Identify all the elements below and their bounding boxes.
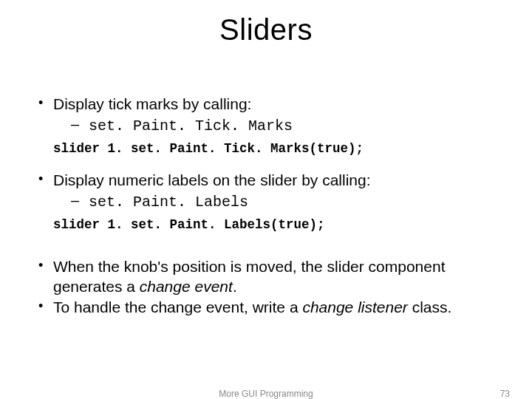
emphasis-text: change listener [302,299,412,316]
spacer [35,247,497,257]
slide-content: Display tick marks by calling: set. Pain… [35,95,497,318]
code-block: slider 1. set. Paint. Tick. Marks(true); [53,141,497,157]
slide-title: Sliders [0,13,532,47]
bullet-item: Display tick marks by calling: set. Pain… [35,95,497,135]
bullet-list: When the knob's position is moved, the s… [35,257,497,317]
code-inline: set. Paint. Tick. Marks [89,117,293,134]
bullet-text: To handle the change event, write a [53,299,302,316]
bullet-text: class. [412,299,452,316]
sub-item: set. Paint. Labels [53,191,497,211]
bullet-text: When the knob's position is moved, the s… [53,258,445,294]
bullet-text: . [233,278,237,295]
emphasis-text: change event [140,278,233,295]
sub-list: set. Paint. Labels [53,191,497,211]
sub-item: set. Paint. Tick. Marks [53,115,497,135]
bullet-text: Display tick marks by calling: [53,95,251,112]
footer-text: More GUI Programming [0,389,532,399]
code-block: slider 1. set. Paint. Labels(true); [53,217,497,233]
bullet-item: Display numeric labels on the slider by … [35,171,497,211]
code-inline: set. Paint. Labels [89,194,248,211]
bullet-list: Display tick marks by calling: set. Pain… [35,95,497,135]
bullet-item: When the knob's position is moved, the s… [35,257,497,296]
bullet-list: Display numeric labels on the slider by … [35,171,497,211]
slide: Sliders Display tick marks by calling: s… [0,13,532,399]
bullet-text: Display numeric labels on the slider by … [53,171,371,188]
bullet-item: To handle the change event, write a chan… [35,298,497,317]
sub-list: set. Paint. Tick. Marks [53,115,497,135]
page-number: 73 [500,389,510,399]
